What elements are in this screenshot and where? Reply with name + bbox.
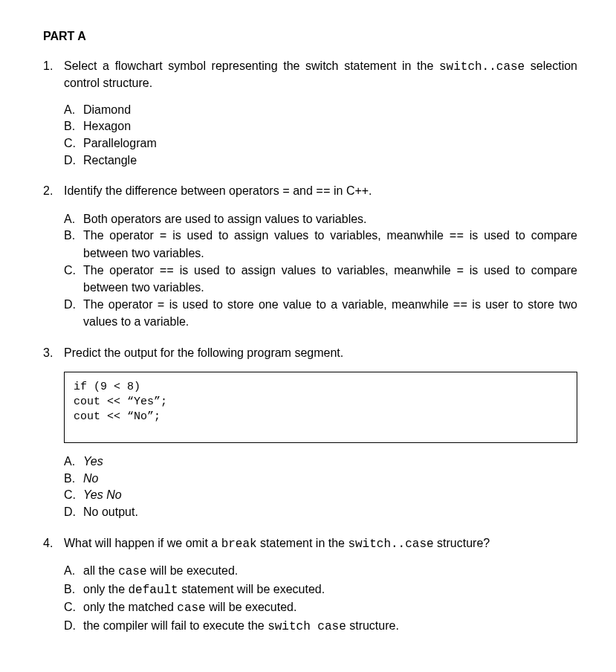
text-fragment: Parallelogram [83, 137, 157, 149]
option-text: The operator = is used to store one valu… [83, 297, 577, 330]
option-letter: B. [64, 118, 83, 135]
text-fragment: and [290, 184, 317, 197]
text-fragment: case [118, 565, 146, 578]
option-letter: D. [64, 504, 83, 520]
option-text: Yes No [83, 487, 577, 503]
question-block: 3.Predict the output for the following p… [43, 345, 577, 520]
option-row: D.the compiler will fail to execute the … [64, 618, 577, 636]
option-text: Parallelogram [83, 135, 577, 152]
option-row: B.only the default statement will be exe… [64, 581, 577, 599]
option-letter: A. [64, 102, 83, 118]
text-fragment: only the matched [83, 601, 177, 613]
text-fragment: No [83, 472, 98, 485]
section-title: PART A [43, 28, 577, 45]
question-text: Identify the difference between operator… [64, 183, 577, 201]
question-text: Predict the output for the following pro… [64, 345, 577, 361]
option-text: No output. [83, 504, 577, 520]
option-letter: D. [64, 618, 83, 634]
question-number: 3. [43, 345, 64, 361]
option-letter: B. [64, 471, 83, 487]
question-block: 1.Select a flowchart symbol representing… [43, 58, 577, 169]
option-text: the compiler will fail to execute the sw… [83, 618, 577, 636]
option-letter: C. [64, 262, 83, 279]
option-text: only the default statement will be execu… [83, 581, 577, 599]
question-row: 2.Identify the difference between operat… [43, 183, 577, 201]
option-letter: A. [64, 563, 83, 579]
option-letter: C. [64, 599, 83, 616]
option-row: A.Both operators are used to assign valu… [64, 211, 577, 227]
question-text: What will happen if we omit a break stat… [64, 535, 577, 553]
option-row: A.all the case will be executed. [64, 563, 577, 581]
question-block: 2.Identify the difference between operat… [43, 183, 577, 330]
text-fragment: Predict the output for the following pro… [64, 346, 343, 359]
option-text: Yes [83, 453, 577, 470]
option-text: No [83, 471, 577, 487]
text-fragment: is used to store one value to a variable… [164, 298, 453, 311]
text-fragment: structure? [434, 537, 490, 549]
code-box: if (9 < 8) cout << “Yes”; cout << “No”; [64, 372, 577, 444]
text-fragment: the compiler will fail to execute the [83, 619, 268, 632]
questions-list: 1.Select a flowchart symbol representing… [43, 58, 577, 636]
text-fragment: is used to assign values to variables, m… [166, 229, 449, 242]
text-fragment: Identify the difference between operator… [64, 184, 282, 197]
option-letter: A. [64, 453, 83, 470]
question-number: 1. [43, 58, 64, 74]
text-fragment: == [450, 230, 464, 243]
option-row: D.Rectangle [64, 152, 577, 169]
option-text: Rectangle [83, 152, 577, 169]
text-fragment: will be executed. [206, 601, 297, 613]
text-fragment: = [282, 185, 290, 198]
option-row: B.Hexagon [64, 118, 577, 135]
option-text: only the matched case will be executed. [83, 599, 577, 617]
text-fragment: switch..case [348, 537, 433, 551]
option-text: The operator == is used to assign values… [83, 262, 577, 296]
question-text: Select a flowchart symbol representing t… [64, 58, 577, 91]
text-fragment: == [160, 265, 174, 278]
option-row: C.Yes No [64, 487, 577, 503]
option-text: The operator = is used to assign values … [83, 227, 577, 261]
question-number: 4. [43, 535, 64, 552]
option-letter: D. [64, 297, 83, 313]
text-fragment: Both operators are used to assign values… [83, 213, 367, 225]
options-list: A.YesB.NoC.Yes NoD.No output. [64, 453, 577, 520]
options-list: A.all the case will be executed.B.only t… [64, 563, 577, 635]
option-row: D.The operator = is used to store one va… [64, 297, 577, 330]
option-letter: B. [64, 581, 83, 598]
text-fragment: Yes [83, 455, 103, 468]
text-fragment: only the [83, 583, 128, 595]
question-row: 1.Select a flowchart symbol representing… [43, 58, 577, 91]
text-fragment: default [128, 584, 178, 597]
option-text: Diamond [83, 102, 577, 118]
question-row: 3.Predict the output for the following p… [43, 345, 577, 361]
text-fragment: No output. [83, 505, 138, 518]
text-fragment: break [221, 537, 257, 551]
question-number: 2. [43, 183, 64, 199]
options-list: A.DiamondB.HexagonC.ParallelogramD.Recta… [64, 102, 577, 168]
text-fragment: = [160, 230, 167, 243]
text-fragment: The operator [83, 264, 160, 277]
option-row: B.No [64, 471, 577, 487]
option-letter: B. [64, 227, 83, 244]
text-fragment: statement will be executed. [178, 583, 325, 595]
text-fragment: switch case [268, 620, 346, 633]
text-fragment: Diamond [83, 103, 131, 116]
option-letter: C. [64, 487, 83, 503]
question-row: 4.What will happen if we omit a break st… [43, 535, 577, 553]
text-fragment: = [456, 265, 464, 278]
text-fragment: in C++. [331, 184, 372, 197]
text-fragment: Select a flowchart symbol representing t… [64, 59, 439, 72]
option-text: Hexagon [83, 118, 577, 135]
option-letter: D. [64, 152, 83, 169]
text-fragment: all the [83, 564, 118, 577]
option-text: all the case will be executed. [83, 563, 577, 581]
text-fragment: will be executed. [147, 564, 239, 577]
option-row: D.No output. [64, 504, 577, 520]
text-fragment: == [453, 299, 467, 312]
option-row: C.Parallelogram [64, 135, 577, 152]
question-block: 4.What will happen if we omit a break st… [43, 535, 577, 636]
option-letter: C. [64, 135, 83, 152]
options-list: A.Both operators are used to assign valu… [64, 211, 577, 330]
option-letter: A. [64, 211, 83, 227]
option-row: C.The operator == is used to assign valu… [64, 262, 577, 296]
text-fragment: switch..case [439, 60, 525, 74]
